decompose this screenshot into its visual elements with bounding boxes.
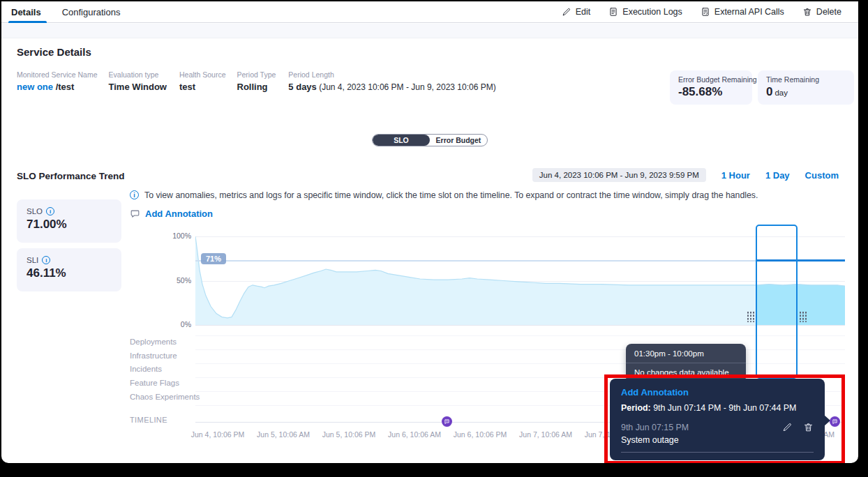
delete-button[interactable]: Delete — [802, 7, 841, 17]
field-value: 5 days (Jun 4, 2023 10:06 PM - Jun 9, 20… — [288, 82, 495, 92]
field-value: Time Window — [109, 82, 167, 92]
time-remaining-value: 0day — [766, 85, 846, 99]
lane-label-deployments: Deployments — [130, 338, 177, 346]
time-remaining-label: Time Remaining — [766, 75, 846, 84]
time-remaining-number: 0 — [766, 85, 772, 98]
timeslot-tooltip: 01:30pm - 10:00pm No changes data availa… — [626, 344, 746, 383]
selection-right-drag-handle-icon[interactable] — [799, 311, 807, 322]
pencil-icon — [562, 7, 571, 17]
sli-info-icon[interactable]: i — [42, 256, 50, 264]
y-tick-100%: 100% — [160, 232, 191, 240]
service-details-title: Service Details — [17, 46, 91, 58]
sli-kpi-card: SLIi 46.11% — [17, 248, 121, 292]
slo-performance-trend-title: SLO Performance Trend — [17, 171, 125, 181]
chat-bubble-icon — [832, 418, 838, 425]
edit-label: Edit — [576, 7, 591, 17]
annotation-marker-icon[interactable] — [442, 416, 452, 427]
annotation-popup: Add Annotation Period: 9th Jun 07:14 PM … — [610, 379, 825, 460]
service-field-period-type: Period TypeRolling — [237, 70, 276, 92]
field-label: Monitored Service Name — [17, 70, 98, 79]
timeline-info-text: To view anomalies, metrics and logs for … — [144, 190, 758, 200]
popup-entry-text: System outage — [621, 435, 814, 445]
toggle-option-error-budget[interactable]: Error Budget — [430, 135, 487, 146]
toolbar: Edit Execution Logs External API Calls D… — [562, 7, 841, 17]
field-label: Period Type — [237, 70, 276, 79]
edit-button[interactable]: Edit — [562, 7, 591, 17]
monitored-service-link[interactable]: new one — [17, 82, 53, 92]
selection-left-drag-handle-icon[interactable] — [747, 311, 754, 322]
sli-kpi-label: SLI — [27, 256, 38, 264]
lane-label-incidents: Incidents — [130, 365, 162, 373]
add-annotation-link[interactable]: Add Annotation — [130, 209, 213, 219]
document-icon — [608, 7, 618, 17]
lane-label-infrastructure: Infrastructure — [130, 351, 177, 360]
range-link-1-hour[interactable]: 1 Hour — [721, 170, 750, 181]
edit-annotation-icon[interactable] — [782, 422, 793, 432]
tab-details[interactable]: Details — [10, 1, 43, 23]
service-field-period-length: Period Length5 days (Jun 4, 2023 10:06 P… — [288, 70, 495, 92]
service-field-health-source: Health Sourcetest — [179, 70, 226, 92]
annotation-marker-icon[interactable] — [830, 416, 840, 427]
tab-configurations[interactable]: Configurations — [61, 1, 122, 23]
slo-kpi-card: SLOi 71.00% — [17, 199, 121, 243]
popup-divider — [621, 452, 814, 453]
field-value: Rolling — [237, 82, 276, 92]
external-api-calls-button[interactable]: External API Calls — [701, 7, 784, 17]
tab-configurations-label: Configurations — [62, 7, 121, 17]
external-api-calls-label: External API Calls — [714, 7, 784, 17]
sli-kpi-value: 46.11% — [27, 266, 112, 280]
document-external-icon — [701, 7, 710, 17]
range-link-custom[interactable]: Custom — [805, 170, 839, 181]
range-links: 1 Hour1 DayCustom — [721, 170, 839, 181]
slo-error-budget-toggle: SLO Error Budget — [372, 134, 488, 146]
field-label: Period Length — [288, 70, 495, 79]
error-budget-value: -85.68% — [678, 85, 744, 99]
lane-line — [195, 363, 845, 364]
range-link-1-day[interactable]: 1 Day — [765, 170, 790, 181]
timeline-label: TIMELINE — [130, 416, 167, 424]
slo-info-icon[interactable]: i — [46, 207, 54, 215]
field-label: Evaluation type — [109, 70, 167, 79]
slo-kpi-value: 71.00% — [27, 218, 112, 232]
chat-bubble-icon — [130, 209, 140, 219]
service-field-evaluation-type: Evaluation typeTime Window — [109, 70, 167, 92]
tab-details-label: Details — [11, 7, 41, 17]
gridline-0 — [195, 325, 845, 326]
date-range-pill[interactable]: Jun 4, 2023 10:06 PM - Jun 9, 2023 9:59 … — [532, 168, 706, 182]
popup-period-value: 9th Jun 07:14 PM - 9th Jun 07:44 PM — [651, 403, 797, 413]
field-label: Health Source — [179, 70, 226, 79]
execution-logs-button[interactable]: Execution Logs — [608, 7, 682, 17]
error-budget-label: Error Budget Remaining — [678, 75, 744, 84]
time-window-selection[interactable] — [756, 225, 798, 379]
active-tab-underline — [8, 21, 47, 23]
sub-header-band — [1, 24, 858, 38]
target-line-light — [195, 260, 756, 262]
lane-line — [195, 377, 845, 378]
timeline-info-banner: i To view anomalies, metrics and logs fo… — [130, 190, 758, 200]
chat-bubble-icon — [444, 418, 450, 425]
delete-annotation-icon[interactable] — [803, 422, 814, 432]
delete-label: Delete — [816, 7, 841, 17]
popup-period-label: Period: — [621, 403, 651, 413]
slo-kpi-label: SLO — [27, 207, 43, 215]
trend-range-controls: Jun 4, 2023 10:06 PM - Jun 9, 2023 9:59 … — [532, 168, 839, 182]
y-tick-0%: 0% — [160, 320, 191, 328]
tooltip-time-range: 01:30pm - 10:00pm — [626, 344, 746, 363]
lane-label-chaos-experiments: Chaos Experiments — [130, 393, 200, 401]
info-icon: i — [130, 190, 139, 199]
app-window: Details Configurations Edit Execution Lo… — [1, 1, 858, 463]
y-tick-50%: 50% — [160, 276, 191, 285]
execution-logs-label: Execution Logs — [622, 7, 682, 17]
popup-add-annotation-link[interactable]: Add Annotation — [621, 387, 814, 397]
popup-period: Period: 9th Jun 07:14 PM - 9th Jun 07:44… — [621, 403, 814, 413]
lane-label-feature-flags: Feature Flags — [130, 379, 179, 387]
field-value: new one /test — [17, 82, 98, 92]
trash-icon — [802, 7, 812, 17]
error-budget-remaining-card: Error Budget Remaining -85.68% — [670, 70, 752, 105]
lane-line — [195, 335, 845, 336]
top-tab-bar: Details Configurations Edit Execution Lo… — [1, 1, 858, 23]
service-field-monitored-service-name: Monitored Service Namenew one /test — [17, 70, 98, 92]
popup-entry-time: 9th Jun 07:15 PM — [621, 423, 689, 432]
toggle-option-slo[interactable]: SLO — [373, 135, 430, 146]
popup-actions — [782, 422, 814, 432]
